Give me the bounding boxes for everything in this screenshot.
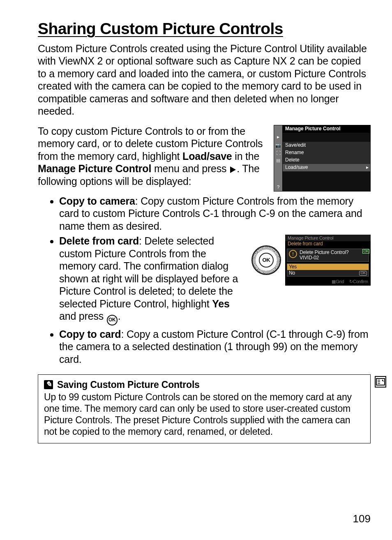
note-body: Up to 99 custom Picture Controls can be … <box>44 391 364 437</box>
ok-circle-icon: OK <box>107 315 118 325</box>
right-triangle-icon <box>230 166 236 173</box>
screenshot1-title: Manage Picture Control <box>283 125 370 133</box>
option-label: Delete from card <box>59 235 139 247</box>
dialog-no: NoOK <box>287 270 369 276</box>
option-copy-to-card: Copy to card: Copy a custom Picture Cont… <box>59 328 371 366</box>
note-heading: Saving Custom Picture Controls <box>57 379 200 390</box>
ok-dial-icon: OK <box>251 245 281 275</box>
note-box: ✎Saving Custom Picture Controls Up to 99… <box>38 374 371 443</box>
paragraph-2: To copy custom Picture Controls to or fr… <box>38 125 266 188</box>
dialog-yes: Yes <box>287 264 369 270</box>
warning-icon: ! <box>289 250 297 258</box>
pencil-icon: ✎ <box>44 380 53 389</box>
option-delete-from-card: Delete from card: Delete selected custom… <box>59 235 371 325</box>
option-label: Copy to camera <box>59 195 135 207</box>
page-title: Sharing Custom Picture Controls <box>38 20 371 38</box>
option-label: Copy to card <box>59 328 121 340</box>
page-number: 109 <box>353 512 371 525</box>
camera-screenshot-delete-confirm: Manage Picture Control Delete from card … <box>285 235 371 286</box>
camera-screenshot-manage-pc: Manage Picture Control ▸ 📷Save/edit ⛶Ren… <box>274 125 371 192</box>
intro-paragraph: Custom Picture Controls created using th… <box>38 42 371 118</box>
side-tab-icon <box>375 376 386 388</box>
option-copy-to-camera: Copy to camera: Copy custom Picture Cont… <box>59 195 371 233</box>
